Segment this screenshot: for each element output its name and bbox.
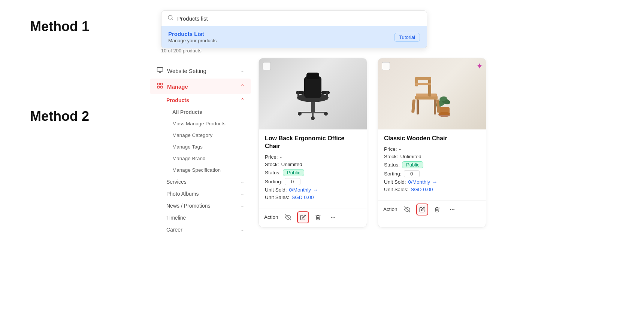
card2-unit-sold-row: Unit Sold: 0/Monthly ↔ <box>384 179 480 185</box>
card1-status-row: Status: Public <box>265 169 361 176</box>
card1-sorting-label: Sorting: <box>265 179 282 184</box>
card2-price-label: Price: <box>384 146 397 152</box>
card1-image-wrap <box>259 58 367 129</box>
sidebar-item-services[interactable]: Services ⌄ <box>150 176 251 188</box>
sidebar-item-timeline[interactable]: Timeline <box>150 212 251 224</box>
sidebar-item-website-setting[interactable]: Website Setting ⌄ <box>150 63 251 79</box>
card2-image <box>378 58 486 129</box>
card1-status-label: Status: <box>265 170 281 175</box>
card1-delete-btn[interactable] <box>312 211 324 223</box>
products-count: 10 of 200 products <box>161 48 202 53</box>
sidebar: Website Setting ⌄ Manage ⌃ Products ⌃ Al… <box>150 63 251 236</box>
svg-rect-12 <box>311 102 315 113</box>
card1-stock-value: Unlimited <box>281 162 302 167</box>
sidebar-item-all-products[interactable]: All Products <box>150 106 251 118</box>
card2-delete-btn[interactable] <box>431 204 443 215</box>
card2-status-label: Status: <box>384 162 400 168</box>
card2-more-btn[interactable] <box>446 204 458 215</box>
photo-albums-chevron: ⌄ <box>241 191 244 196</box>
news-promotions-label: News / Promotions <box>166 203 210 209</box>
search-result-subtitle: Manage your products <box>168 38 217 43</box>
search-input-text: Products list <box>177 15 208 22</box>
method1-label: Method 1 <box>30 19 89 34</box>
sidebar-item-manage-brand[interactable]: Manage Brand <box>150 153 251 164</box>
card1-visibility-btn[interactable] <box>282 211 294 223</box>
card2-unit-sold-label: Unit Sold: <box>384 179 406 185</box>
manage-tags-label: Manage Tags <box>172 144 203 150</box>
card1-image <box>259 58 367 129</box>
mass-manage-label: Mass Manage Products <box>172 121 226 126</box>
sidebar-item-products[interactable]: Products ⌃ <box>150 94 251 106</box>
card2-stock-value: Unlimited <box>400 154 421 159</box>
card1-price-row: Price: - <box>265 154 361 160</box>
card2-stock-row: Stock: Unlimited <box>384 154 480 159</box>
sidebar-item-news-promotions[interactable]: News / Promotions ⌄ <box>150 200 251 212</box>
search-input-row[interactable]: Products list <box>161 11 427 26</box>
card2-unit-sold-value[interactable]: 0/Monthly <box>408 179 430 185</box>
card2-title: Classic Wooden Chair <box>384 135 480 143</box>
news-promotions-chevron: ⌄ <box>241 203 244 208</box>
svg-line-1 <box>172 19 173 20</box>
svg-rect-18 <box>296 91 304 94</box>
card1-price-value: - <box>280 154 282 160</box>
card2-sorting-row: Sorting: <box>384 170 480 177</box>
card2-status-row: Status: Public <box>384 161 480 168</box>
card2-stock-label: Stock: <box>384 154 398 159</box>
sidebar-item-manage[interactable]: Manage ⌃ <box>150 79 251 94</box>
sidebar-item-manage-tags[interactable]: Manage Tags <box>150 141 251 153</box>
sidebar-products-label: Products <box>166 97 189 103</box>
card1-unit-sales-label: Unit Sales: <box>265 195 289 200</box>
card2-unit-sales-value: SGD 0.00 <box>411 187 433 192</box>
card2-visibility-btn[interactable] <box>401 204 413 215</box>
sidebar-item-mass-manage[interactable]: Mass Manage Products <box>150 118 251 129</box>
sidebar-item-manage-specification[interactable]: Manage Specification <box>150 164 251 176</box>
svg-point-25 <box>335 217 335 217</box>
card1-checkbox[interactable] <box>263 62 271 70</box>
svg-point-24 <box>333 217 333 217</box>
svg-rect-19 <box>321 91 330 94</box>
sidebar-item-career[interactable]: Career ⌄ <box>150 224 251 236</box>
search-result-title: Products List <box>168 31 217 37</box>
search-icon <box>167 15 173 22</box>
svg-rect-32 <box>416 94 437 97</box>
product-card-2: ✦ <box>378 58 486 227</box>
card2-unit-sold-arrow: ↔ <box>432 179 437 185</box>
card2-price-value: - <box>399 146 401 152</box>
career-chevron: ⌄ <box>241 227 244 232</box>
svg-rect-2 <box>157 67 163 71</box>
card2-price-row: Price: - <box>384 146 480 152</box>
card1-sorting-input[interactable] <box>285 178 300 185</box>
sidebar-item-left: Website Setting <box>157 67 206 75</box>
card2-edit-btn[interactable] <box>416 204 428 215</box>
chevron-down-icon: ⌄ <box>241 68 244 73</box>
card1-action-row: Action <box>259 208 367 227</box>
card2-action-row: Action <box>378 200 486 219</box>
card1-unit-sold-value[interactable]: 0/Monthly <box>289 187 311 193</box>
card1-unit-sold-row: Unit Sold: 0/Monthly ↔ <box>265 187 361 193</box>
tutorial-badge[interactable]: Tutorial <box>394 33 420 42</box>
card1-more-btn[interactable] <box>327 211 339 223</box>
search-result-item[interactable]: Products List Manage your products Tutor… <box>161 26 427 48</box>
card1-sorting-row: Sorting: <box>265 178 361 185</box>
svg-point-17 <box>311 116 315 120</box>
sidebar-manage-left: Manage <box>157 82 188 91</box>
svg-rect-6 <box>161 83 163 85</box>
svg-rect-36 <box>415 83 431 85</box>
all-products-label: All Products <box>172 109 202 115</box>
svg-rect-38 <box>434 100 436 114</box>
card1-price-label: Price: <box>265 154 278 160</box>
card2-action-label: Action <box>383 207 397 212</box>
sidebar-manage-label: Manage <box>167 83 188 90</box>
sidebar-item-photo-albums[interactable]: Photo Albums ⌄ <box>150 188 251 200</box>
svg-rect-39 <box>411 100 415 113</box>
card1-title: Low Back Ergonomic Office Chair <box>265 135 361 150</box>
card2-checkbox[interactable] <box>382 62 390 70</box>
monitor-icon <box>157 67 163 75</box>
card2-image-wrap: ✦ <box>378 58 486 129</box>
manage-icon <box>157 82 163 91</box>
card1-edit-btn[interactable] <box>297 211 309 223</box>
svg-rect-35 <box>415 77 431 80</box>
sidebar-item-manage-category[interactable]: Manage Category <box>150 129 251 141</box>
card2-sorting-input[interactable] <box>404 170 420 177</box>
svg-rect-7 <box>157 86 159 88</box>
